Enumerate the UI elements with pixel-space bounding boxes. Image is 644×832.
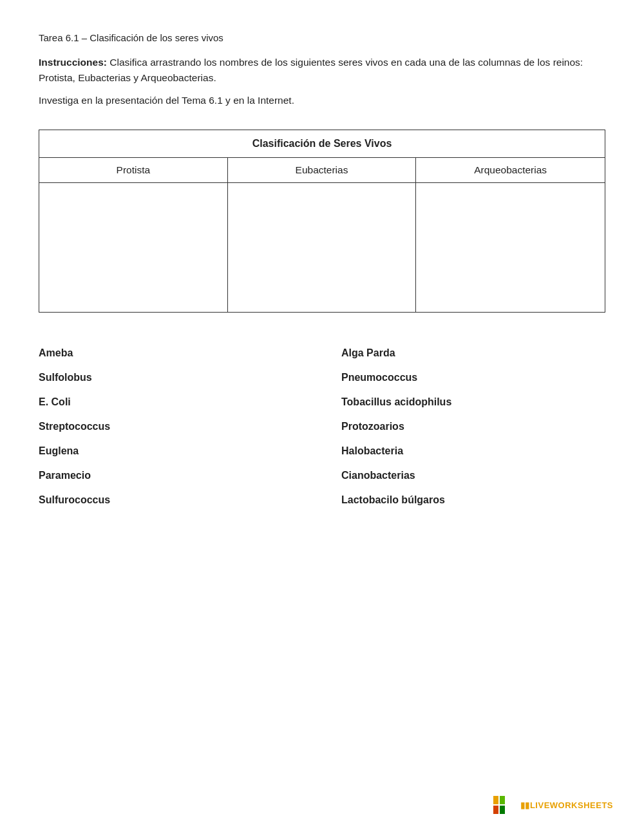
logo-icon (493, 796, 516, 814)
organism-alga-parda[interactable]: Alga Parda (341, 343, 605, 363)
instructions-label: Instrucciones: (39, 57, 107, 68)
cell-arqueobacterias[interactable] (416, 183, 605, 312)
table-header-row: Protista Eubacterias Arqueobacterias (39, 158, 605, 183)
table-title: Clasificación de Seres Vivos (39, 130, 605, 158)
organism-ameba[interactable]: Ameba (39, 343, 303, 363)
organism-protozoarios[interactable]: Protozoarios (341, 417, 605, 436)
task-title: Tarea 6.1 – Clasificación de los seres v… (39, 32, 605, 43)
organism-sulfolobus[interactable]: Sulfolobus (39, 368, 303, 387)
organism-tobacillus[interactable]: Tobacillus acidophilus (341, 392, 605, 412)
organism-euglena[interactable]: Euglena (39, 441, 303, 461)
research-note: Investiga en la presentación del Tema 6.… (39, 95, 605, 106)
organism-cianobacterias[interactable]: Cianobacterias (341, 466, 605, 485)
classification-table: Clasificación de Seres Vivos Protista Eu… (39, 130, 605, 313)
instructions: Instrucciones: Clasifica arrastrando los… (39, 55, 605, 86)
logo-text: ▮▮LIVEWORKSHEETS (520, 800, 613, 810)
column-header-protista: Protista (39, 158, 228, 182)
organisms-list: Ameba Alga Parda Sulfolobus Pneumococcus… (39, 343, 605, 510)
organism-paramecio[interactable]: Paramecio (39, 466, 303, 485)
organism-halobacteria[interactable]: Halobacteria (341, 441, 605, 461)
organism-streptococcus[interactable]: Streptococcus (39, 417, 303, 436)
organism-sulfurococcus[interactable]: Sulfurococcus (39, 490, 303, 510)
organism-lactobacilo[interactable]: Lactobacilo búlgaros (341, 490, 605, 510)
instructions-body: Clasifica arrastrando los nombres de los… (39, 57, 583, 83)
organism-e-coli[interactable]: E. Coli (39, 392, 303, 412)
column-header-eubacterias: Eubacterias (228, 158, 417, 182)
column-header-arqueobacterias: Arqueobacterias (416, 158, 605, 182)
cell-protista[interactable] (39, 183, 228, 312)
table-body-row (39, 183, 605, 312)
liveworksheets-logo: ▮▮LIVEWORKSHEETS (493, 796, 613, 814)
cell-eubacterias[interactable] (228, 183, 417, 312)
organism-pneumococcus[interactable]: Pneumococcus (341, 368, 605, 387)
